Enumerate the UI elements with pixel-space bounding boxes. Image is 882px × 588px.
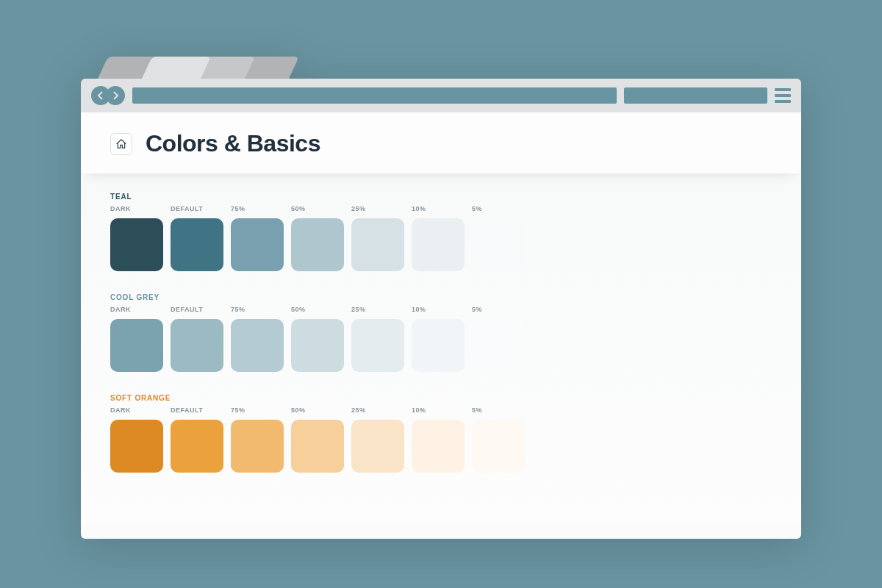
swatch-column: 50% <box>291 406 344 473</box>
swatch-column: DEFAULT <box>171 205 223 271</box>
color-swatch[interactable] <box>351 218 404 271</box>
color-swatch[interactable] <box>291 218 344 271</box>
swatch-row: DARKDEFAULT75%50%25%10%5% <box>110 306 772 372</box>
swatch-label: DARK <box>110 306 163 316</box>
swatch-column: 75% <box>231 306 284 372</box>
color-swatch[interactable] <box>231 420 284 473</box>
swatch-column: DEFAULT <box>171 306 223 372</box>
swatch-label: 25% <box>351 406 404 417</box>
swatch-column: 25% <box>351 205 404 271</box>
swatch-row: DARKDEFAULT75%50%25%10%5% <box>110 406 772 473</box>
chevron-left-icon <box>97 91 104 100</box>
color-swatch[interactable] <box>351 420 404 473</box>
color-swatch[interactable] <box>231 218 284 271</box>
color-swatch[interactable] <box>412 319 465 372</box>
palette-content: TEALDARKDEFAULT75%50%25%10%5%COOL GREYDA… <box>81 173 801 524</box>
swatch-label: 75% <box>231 406 284 417</box>
color-swatch[interactable] <box>171 420 223 473</box>
palette-group: TEALDARKDEFAULT75%50%25%10%5% <box>110 193 772 271</box>
page-header: Colors & Basics <box>81 112 801 173</box>
swatch-label: 50% <box>291 306 344 316</box>
color-swatch[interactable] <box>412 218 465 271</box>
color-swatch[interactable] <box>351 319 404 372</box>
palette-name: SOFT ORANGE <box>110 394 772 402</box>
swatch-column: 5% <box>472 205 525 271</box>
swatch-column: DARK <box>110 205 163 271</box>
nav-buttons <box>91 86 125 105</box>
chevron-right-icon <box>112 91 119 100</box>
swatch-label: 75% <box>231 306 284 316</box>
browser-tabs <box>81 57 801 79</box>
palette-name: TEAL <box>110 193 772 201</box>
swatch-label: 5% <box>472 306 525 316</box>
color-swatch[interactable] <box>110 218 163 271</box>
page-body: Colors & Basics TEALDARKDEFAULT75%50%25%… <box>81 112 801 539</box>
color-swatch[interactable] <box>472 218 525 271</box>
swatch-label: 5% <box>472 205 525 215</box>
color-swatch[interactable] <box>412 420 465 473</box>
swatch-label: 50% <box>291 406 344 417</box>
search-bar[interactable] <box>624 87 767 104</box>
swatch-column: 25% <box>351 406 404 473</box>
swatch-label: 75% <box>231 205 284 215</box>
swatch-label: 10% <box>412 406 465 417</box>
address-bar[interactable] <box>132 87 617 104</box>
swatch-column: 10% <box>412 406 465 473</box>
swatch-column: DEFAULT <box>171 406 223 473</box>
page-title: Colors & Basics <box>146 130 320 157</box>
swatch-column: DARK <box>110 306 163 372</box>
menu-icon <box>775 88 791 91</box>
color-swatch[interactable] <box>171 319 223 372</box>
home-icon <box>115 138 127 150</box>
swatch-label: 25% <box>351 306 404 316</box>
swatch-row: DARKDEFAULT75%50%25%10%5% <box>110 205 772 271</box>
swatch-column: 75% <box>231 406 284 473</box>
swatch-label: 5% <box>472 406 525 417</box>
forward-button[interactable] <box>106 86 125 105</box>
home-button[interactable] <box>110 133 132 155</box>
color-swatch[interactable] <box>110 420 163 473</box>
menu-button[interactable] <box>775 88 791 103</box>
swatch-label: 10% <box>412 205 465 215</box>
swatch-column: 75% <box>231 205 284 271</box>
palette-group: SOFT ORANGEDARKDEFAULT75%50%25%10%5% <box>110 394 772 473</box>
color-swatch[interactable] <box>291 319 344 372</box>
color-swatch[interactable] <box>110 319 163 372</box>
browser-mockup: Colors & Basics TEALDARKDEFAULT75%50%25%… <box>81 57 801 539</box>
swatch-label: DARK <box>110 205 163 215</box>
swatch-label: DEFAULT <box>171 205 223 215</box>
swatch-column: 50% <box>291 205 344 271</box>
color-swatch[interactable] <box>472 420 525 473</box>
swatch-column: DARK <box>110 406 163 473</box>
swatch-column: 10% <box>412 205 465 271</box>
swatch-column: 50% <box>291 306 344 372</box>
color-swatch[interactable] <box>291 420 344 473</box>
swatch-label: DEFAULT <box>171 406 223 417</box>
color-swatch[interactable] <box>472 319 525 372</box>
swatch-label: 10% <box>412 306 465 316</box>
swatch-label: DARK <box>110 406 163 417</box>
palette-name: COOL GREY <box>110 293 772 301</box>
swatch-column: 10% <box>412 306 465 372</box>
color-swatch[interactable] <box>171 218 223 271</box>
color-swatch[interactable] <box>231 319 284 372</box>
swatch-column: 25% <box>351 306 404 372</box>
browser-toolbar <box>81 79 801 112</box>
swatch-column: 5% <box>472 306 525 372</box>
browser-tab-active[interactable] <box>147 57 206 79</box>
swatch-column: 5% <box>472 406 525 473</box>
palette-group: COOL GREYDARKDEFAULT75%50%25%10%5% <box>110 293 772 372</box>
swatch-label: 25% <box>351 205 404 215</box>
swatch-label: 50% <box>291 205 344 215</box>
swatch-label: DEFAULT <box>171 306 223 316</box>
